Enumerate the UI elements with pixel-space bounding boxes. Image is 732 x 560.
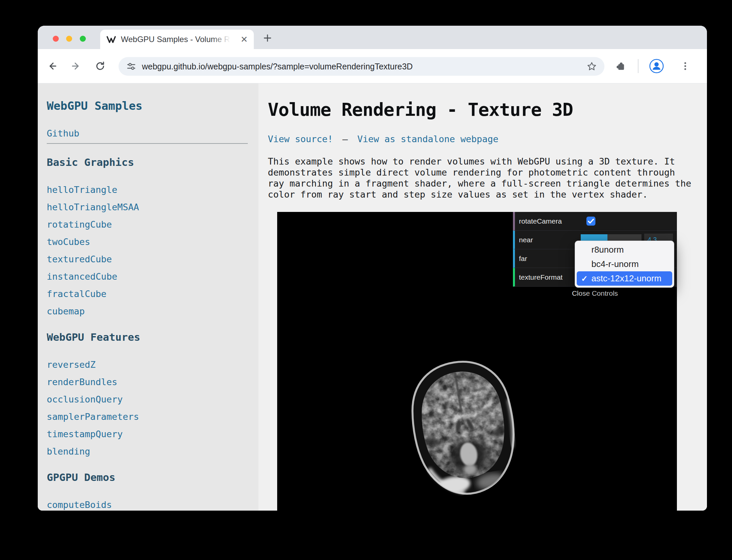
dropdown-option-r8unorm[interactable]: r8unorm [577, 243, 672, 257]
brain-mri-render [395, 354, 534, 499]
check-icon [586, 217, 595, 226]
option-label: astc-12x12-unorm [591, 273, 662, 284]
bookmark-star-icon[interactable] [586, 61, 597, 72]
page-title: Volume Rendering - Texture 3D [268, 101, 707, 119]
sidebar-item-samplerParameters[interactable]: samplerParameters [47, 412, 258, 421]
description-line: color from ray start and step size value… [268, 189, 707, 200]
sidebar-item-twoCubes[interactable]: twoCubes [47, 237, 258, 246]
rotate-camera-checkbox[interactable] [586, 217, 595, 226]
window-close-button[interactable] [53, 36, 59, 42]
gui-label: textureFormat [515, 273, 581, 281]
sidebar-divider [47, 143, 248, 144]
gui-row-rotate-camera: rotateCamera [513, 212, 677, 231]
sidebar-item-reversedZ[interactable]: reversedZ [47, 360, 258, 369]
site-title: WebGPU Samples [47, 100, 258, 111]
option-label: r8unorm [591, 245, 624, 255]
description-line: ray marching in a fragment shader, where… [268, 178, 707, 189]
address-bar[interactable]: webgpu.github.io/webgpu-samples/?sample=… [119, 57, 604, 76]
sidebar-item-renderBundles[interactable]: renderBundles [47, 377, 258, 386]
tab-title-fade [212, 32, 235, 47]
profile-avatar-icon[interactable] [649, 59, 664, 73]
dropdown-option-astc-12x12-unorm[interactable]: ✓ astc-12x12-unorm [577, 271, 672, 286]
back-icon[interactable] [46, 60, 58, 72]
sidebar-item-texturedCube[interactable]: texturedCube [47, 255, 258, 264]
sidebar: WebGPU Samples Github Basic Graphics hel… [38, 83, 258, 511]
sample-description: This example shows how to render volumes… [268, 156, 707, 200]
sidebar-item-github[interactable]: Github [47, 129, 258, 138]
sidebar-item-helloTriangle[interactable]: helloTriangle [47, 185, 258, 194]
gui-control [581, 217, 677, 226]
site-settings-icon[interactable] [126, 61, 137, 72]
sidebar-item-blending[interactable]: blending [47, 447, 258, 456]
tab-strip: WebGPU Samples - Volume R ✕ [38, 26, 707, 49]
close-tab-icon[interactable]: ✕ [240, 35, 248, 44]
browser-window: WebGPU Samples - Volume R ✕ [38, 26, 707, 511]
page-content: WebGPU Samples Github Basic Graphics hel… [38, 83, 707, 511]
gui-label: rotateCamera [515, 217, 581, 225]
sidebar-item-timestampQuery[interactable]: timestampQuery [47, 430, 258, 439]
toolbar-divider [638, 59, 638, 73]
sidebar-item-helloTriangleMSAA[interactable]: helloTriangleMSAA [47, 203, 258, 212]
description-line: This example shows how to render volumes… [268, 156, 707, 167]
section-heading: Basic Graphics [47, 157, 258, 168]
gui-label: near [515, 236, 581, 244]
webgpu-logo-icon [106, 34, 116, 44]
window-zoom-button[interactable] [80, 36, 86, 42]
reload-icon[interactable] [94, 60, 106, 72]
volume-render-canvas[interactable]: rotateCamera near [277, 212, 677, 511]
browser-tab[interactable]: WebGPU Samples - Volume R ✕ [100, 30, 254, 49]
sample-links: View source! — View as standalone webpag… [268, 134, 707, 144]
checkmark-icon: ✓ [581, 274, 588, 283]
extensions-icon[interactable] [616, 60, 627, 72]
dropdown-option-bc4-r-unorm[interactable]: bc4-r-unorm [577, 257, 672, 271]
view-source-link[interactable]: View source! [268, 134, 333, 144]
main-content: Volume Rendering - Texture 3D View sourc… [258, 83, 707, 511]
option-label: bc4-r-unorm [591, 259, 639, 269]
sidebar-section-basic-graphics: Basic Graphics helloTriangle helloTriang… [47, 157, 258, 316]
section-heading: WebGPU Features [47, 332, 258, 342]
url-text[interactable]: webgpu.github.io/webgpu-samples/?sample=… [142, 62, 413, 71]
sidebar-item-occlusionQuery[interactable]: occlusionQuery [47, 395, 258, 404]
section-heading: GPGPU Demos [47, 472, 258, 483]
sidebar-item-instancedCube[interactable]: instancedCube [47, 272, 258, 281]
new-tab-button[interactable] [261, 31, 274, 45]
gui-label: far [515, 255, 581, 263]
close-controls-button[interactable]: Close Controls [513, 287, 677, 300]
description-line: demonstrates simple direct volume render… [268, 167, 707, 178]
sidebar-item-rotatingCube[interactable]: rotatingCube [47, 220, 258, 229]
menu-icon[interactable] [679, 60, 691, 72]
sidebar-section-webgpu-features: WebGPU Features reversedZ renderBundles … [47, 332, 258, 456]
forward-icon[interactable] [70, 60, 82, 72]
links-separator: — [342, 134, 348, 144]
sidebar-item-fractalCube[interactable]: fractalCube [47, 289, 258, 298]
texture-format-dropdown: r8unorm bc4-r-unorm ✓ astc-12x12-unorm [575, 241, 674, 288]
plus-icon [262, 32, 273, 44]
sidebar-section-gpgpu-demos: GPGPU Demos computeBoids [47, 472, 258, 509]
window-minimize-button[interactable] [66, 36, 72, 42]
standalone-link[interactable]: View as standalone webpage [357, 134, 499, 144]
sidebar-item-cubemap[interactable]: cubemap [47, 307, 258, 316]
browser-toolbar: webgpu.github.io/webgpu-samples/?sample=… [38, 49, 707, 83]
sidebar-item-computeBoids[interactable]: computeBoids [47, 500, 258, 509]
